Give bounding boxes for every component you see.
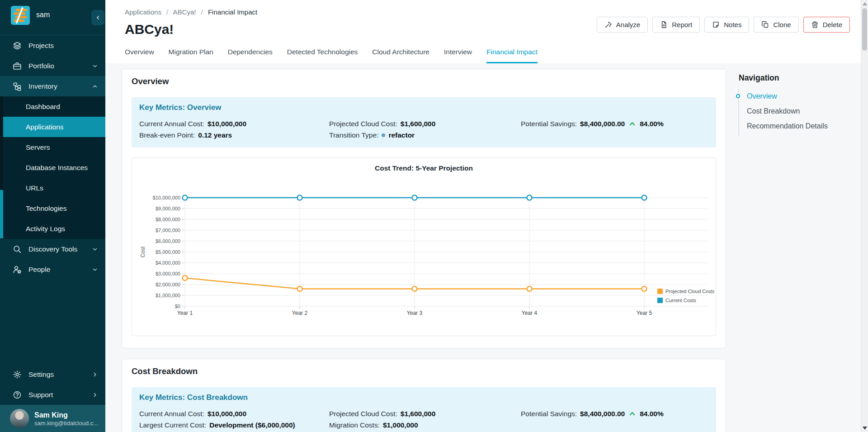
sidebar: sam Projects Portfolio In [0, 0, 105, 432]
sidebar-item-inventory[interactable]: Inventory [0, 76, 105, 96]
sidebar-item-applications[interactable]: Applications [0, 117, 105, 137]
action-buttons: Analyze Report Notes Clone Delete [597, 17, 850, 33]
metric-projected-cloud-cost: Projected Cloud Cost: $1,600,000 [329, 408, 521, 419]
right-nav-item-label: Recommendation Details [747, 122, 828, 130]
breadcrumb-applications[interactable]: Applications [125, 8, 161, 16]
breadcrumb-abcya[interactable]: ABCya! [173, 8, 196, 16]
sidebar-item-portfolio[interactable]: Portfolio [0, 56, 105, 76]
magic-wand-icon [604, 21, 612, 28]
sidebar-item-activity-logs[interactable]: Activity Logs [0, 218, 105, 239]
tab-financial-impact[interactable]: Financial Impact [486, 48, 538, 63]
sidebar-nav: Projects Portfolio Inventory [0, 35, 105, 96]
sidebar-item-people[interactable]: People [0, 259, 105, 280]
metric-largest-current-cost: Largest Current Cost: Development ($6,00… [139, 419, 329, 431]
sidebar-footer-nav: Settings Support [0, 364, 105, 405]
sidebar-item-dashboard[interactable]: Dashboard [0, 96, 105, 117]
scroll-down-icon[interactable] [863, 426, 867, 430]
metric-value: $10,000,000 [208, 118, 246, 129]
sidebar-item-discovery-tools[interactable]: Discovery Tools [0, 239, 105, 259]
svg-text:$10,000,000: $10,000,000 [153, 195, 180, 200]
right-nav-cost-breakdown[interactable]: Cost Breakdown [747, 107, 828, 115]
svg-text:$9,000,000: $9,000,000 [156, 206, 180, 211]
metric-migration-costs: Migration Costs: $1,000,000 [329, 419, 521, 431]
cost-breakdown-section-card: Cost Breakdown Key Metrics: Cost Breakdo… [122, 359, 726, 432]
workspace-name[interactable]: sam [36, 11, 50, 19]
tab-interview[interactable]: Interview [444, 48, 472, 63]
chart-canvas: $0$1,000,000$2,000,000$3,000,000$4,000,0… [136, 177, 716, 320]
right-nav-recommendation-details[interactable]: Recommendation Details [747, 122, 828, 130]
user-gear-icon [13, 265, 22, 274]
metric-current-annual-cost: Current Annual Cost: $10,000,000 [139, 118, 329, 129]
metric-percent: 84.00% [640, 118, 664, 129]
sidebar-item-technologies[interactable]: Technologies [0, 198, 105, 218]
metric-label: Break-even Point: [139, 129, 195, 141]
inventory-submenu: Dashboard Applications Servers Database … [0, 96, 105, 239]
svg-text:Year 2: Year 2 [292, 310, 308, 316]
notes-button[interactable]: Notes [704, 17, 749, 33]
svg-text:$6,000,000: $6,000,000 [156, 238, 180, 244]
sidebar-item-urls[interactable]: URLs [0, 178, 105, 198]
tab-dependencies[interactable]: Dependencies [228, 48, 273, 63]
svg-text:$1,000,000: $1,000,000 [156, 293, 180, 298]
sidebar-item-label: Inventory [28, 82, 57, 90]
scroll-up-icon[interactable] [863, 2, 867, 6]
svg-text:Current Costs: Current Costs [665, 298, 696, 303]
sidebar-nav-lower: Discovery Tools People [0, 239, 105, 280]
metric-value: $10,000,000 [208, 408, 246, 419]
breadcrumb: Applications / ABCya! / Financial Impact [125, 8, 257, 16]
svg-text:$4,000,000: $4,000,000 [156, 260, 180, 266]
briefcase-icon [13, 62, 22, 71]
svg-text:Projected Cloud Costs: Projected Cloud Costs [665, 289, 714, 294]
avatar [10, 409, 29, 428]
svg-text:$7,000,000: $7,000,000 [156, 228, 180, 233]
chart-title: Cost Trend: 5-Year Projection [132, 164, 716, 172]
sidebar-collapse-button[interactable] [91, 10, 104, 25]
tab-cloud-architecture[interactable]: Cloud Architecture [372, 48, 429, 63]
metric-value: $1,000,000 [383, 419, 418, 431]
tab-bar: Overview Migration Plan Dependencies Det… [125, 48, 851, 64]
right-nav-item-label: Cost Breakdown [747, 107, 800, 115]
user-name: Sam King [34, 411, 102, 420]
analyze-button[interactable]: Analyze [597, 17, 648, 33]
key-metrics-heading: Key Metrics: Overview [139, 103, 708, 112]
chevron-right-icon [92, 392, 98, 398]
user-profile[interactable]: Sam King sam.king@tidalcloud.c... [0, 405, 105, 432]
sidebar-item-database-instances[interactable]: Database Instances [0, 157, 105, 178]
metrics-row: Current Annual Cost: $10,000,000 Project… [139, 118, 708, 129]
delete-button[interactable]: Delete [803, 17, 850, 33]
svg-text:Year 1: Year 1 [177, 310, 193, 316]
sidebar-item-support[interactable]: Support [0, 385, 105, 405]
tidal-logo-icon[interactable] [11, 6, 30, 25]
metric-current-annual-cost: Current Annual Cost: $10,000,000 [139, 408, 329, 419]
cost-trend-chart: Cost Trend: 5-Year Projection $0$1,000,0… [132, 157, 716, 336]
section-title-cost-breakdown: Cost Breakdown [132, 366, 716, 376]
svg-text:$0: $0 [175, 304, 180, 309]
page-scrollbar[interactable] [861, 0, 868, 432]
svg-text:$2,000,000: $2,000,000 [156, 282, 180, 287]
sidebar-item-label: Projects [28, 42, 54, 50]
scrollbar-thumb[interactable] [862, 8, 867, 51]
chevron-down-icon [92, 246, 98, 252]
clone-button[interactable]: Clone [754, 17, 798, 33]
tab-detected-technologies[interactable]: Detected Technologies [287, 48, 358, 63]
svg-text:$5,000,000: $5,000,000 [156, 249, 180, 255]
tab-overview[interactable]: Overview [125, 48, 154, 63]
transition-type-dot-icon [382, 133, 385, 137]
layers-icon [13, 41, 22, 50]
breadcrumb-financial-impact: Financial Impact [208, 8, 257, 16]
right-nav-list: Overview Cost Breakdown Recommendation D… [738, 89, 828, 136]
breadcrumb-separator: / [201, 8, 203, 16]
key-metrics-heading: Key Metrics: Cost Breakdown [139, 393, 708, 402]
sidebar-item-servers[interactable]: Servers [0, 137, 105, 157]
right-nav-overview[interactable]: Overview [747, 92, 828, 100]
button-label: Clone [773, 21, 791, 28]
metric-value: $8,400,000.00 [580, 408, 625, 419]
report-button[interactable]: Report [652, 17, 700, 33]
svg-text:Cost: Cost [140, 246, 146, 257]
submenu-scroll-thumb[interactable] [0, 190, 3, 238]
tab-migration-plan[interactable]: Migration Plan [169, 48, 213, 63]
chevron-down-icon [92, 63, 98, 69]
sidebar-item-projects[interactable]: Projects [0, 35, 105, 56]
sidebar-item-settings[interactable]: Settings [0, 364, 105, 385]
user-meta: Sam King sam.king@tidalcloud.c... [34, 411, 102, 427]
